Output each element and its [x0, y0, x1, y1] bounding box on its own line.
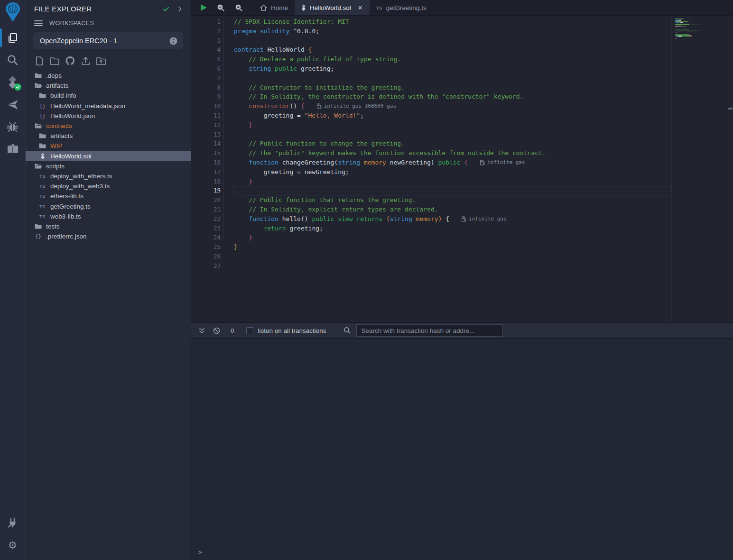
code-line-18[interactable]: 18 }: [191, 177, 733, 186]
code-line-23[interactable]: 23 return greeting;: [191, 224, 733, 233]
tree-item-label: WIP: [50, 142, 63, 149]
tree-item-helloworld-sol[interactable]: HelloWorld.sol: [26, 151, 191, 161]
code-line-17[interactable]: 17 greeting = newGreeting;: [191, 167, 733, 177]
code-line-5[interactable]: 5 // Declare a public field of type stri…: [191, 55, 733, 64]
tree-item-helloworld-json[interactable]: {}HelloWorld.json: [26, 111, 191, 121]
tab-getgreeting-ts[interactable]: TSgetGreeting.ts: [370, 0, 433, 15]
tree-item-ethers-lib-ts[interactable]: TSethers-lib.ts: [26, 191, 191, 201]
line-number: 22: [191, 214, 221, 224]
compiled-check-badge: [14, 83, 21, 91]
check-icon: [162, 5, 170, 13]
code-line-16[interactable]: 16 function changeGreeting(string memory…: [191, 158, 733, 167]
tab-label: Home: [271, 4, 288, 11]
tree-item-artifacts[interactable]: artifacts: [26, 131, 191, 141]
tree-item-tests[interactable]: tests: [26, 221, 191, 231]
code-line-20[interactable]: 20 // Public function that returns the g…: [191, 195, 733, 205]
tree-item-deploy-with-ethers-ts[interactable]: TSdeploy_with_ethers.ts: [26, 171, 191, 181]
code-line-21[interactable]: 21 // In Solidity, explicit return types…: [191, 205, 733, 214]
gas-estimate-widget[interactable]: infinite gas: [462, 214, 506, 224]
terminal-search-input[interactable]: [356, 324, 503, 337]
code-line-10[interactable]: 10 constructor() {infinite gas 368600 ga…: [191, 101, 733, 111]
code-line-4[interactable]: 4contract HelloWorld {: [191, 45, 733, 55]
tree-item-wip[interactable]: WIP: [26, 141, 191, 151]
tree-item-build-info[interactable]: build-info: [26, 91, 191, 101]
tree-item-getgreeting-ts[interactable]: TSgetGreeting.ts: [26, 201, 191, 211]
tree-item-contracts[interactable]: contracts: [26, 121, 191, 131]
clear-console-icon[interactable]: [213, 327, 220, 334]
code-line-6[interactable]: 6 string public greeting;: [191, 64, 733, 73]
tree-item--deps[interactable]: .deps: [26, 71, 191, 81]
hamburger-menu-icon[interactable]: [34, 20, 43, 27]
tab-bar: HomeHelloWorld.sol✕TSgetGreeting.ts: [191, 0, 733, 16]
code-line-8[interactable]: 8 // Constructor to initialize the greet…: [191, 83, 733, 92]
search-button[interactable]: [0, 49, 25, 71]
upload-file-icon[interactable]: [81, 56, 91, 66]
tab-helloworld-sol[interactable]: HelloWorld.sol✕: [295, 0, 370, 15]
line-number: 5: [191, 55, 221, 64]
folder-icon: [38, 92, 46, 99]
line-number: 9: [191, 92, 221, 101]
code-line-14[interactable]: 14 // Public function to change the gree…: [191, 139, 733, 148]
line-number: 18: [191, 177, 221, 186]
code-line-26[interactable]: 26: [191, 252, 733, 261]
overview-ruler[interactable]: [727, 16, 733, 322]
listen-transactions-checkbox[interactable]: [246, 327, 253, 334]
tree-item-label: HelloWorld_metadata.json: [50, 102, 125, 110]
code-line-11[interactable]: 11 greeting = "Hello, World!";: [191, 111, 733, 120]
new-folder-icon[interactable]: [49, 56, 60, 65]
code-line-22[interactable]: 22 function hello() public view returns …: [191, 214, 733, 224]
terminal-search-icon: [343, 327, 351, 334]
file-explorer-button[interactable]: [0, 27, 25, 49]
gas-estimate-widget[interactable]: infinite gas 368600 gas: [317, 101, 396, 111]
run-script-button[interactable]: [201, 4, 207, 11]
line-number: 15: [191, 148, 221, 158]
new-file-icon[interactable]: [35, 56, 44, 66]
gas-estimate-label: infinite gas 368600 gas: [324, 101, 396, 111]
tree-item-web3-lib-ts[interactable]: TSweb3-lib.ts: [26, 211, 191, 221]
solidity-compiler-button[interactable]: [0, 71, 25, 93]
chevron-right-icon[interactable]: [176, 6, 183, 12]
code-editor[interactable]: 1// SPDX-License-Identifier: MIT2pragma …: [191, 16, 733, 322]
learneth-button[interactable]: [0, 138, 25, 160]
code-line-9[interactable]: 9 // In Solidity, the constructor is def…: [191, 92, 733, 101]
gas-estimate-widget[interactable]: infinite gas: [480, 158, 525, 167]
github-icon[interactable]: [65, 56, 75, 66]
tree-item-artifacts[interactable]: artifacts: [26, 81, 191, 91]
code-line-25[interactable]: 25}: [191, 242, 733, 252]
code-line-12[interactable]: 12 }: [191, 120, 733, 130]
tree-item-helloworld-metadata-json[interactable]: {}HelloWorld_metadata.json: [26, 101, 191, 111]
deploy-and-run-button[interactable]: [0, 93, 25, 116]
terminal-body[interactable]: >: [191, 339, 733, 560]
settings-button[interactable]: ⚙: [0, 534, 25, 556]
minimap[interactable]: [671, 16, 728, 322]
upload-folder-icon[interactable]: [96, 56, 106, 65]
code-line-24[interactable]: 24 }: [191, 233, 733, 242]
line-number: 10: [191, 101, 221, 111]
code-line-27[interactable]: 27: [191, 261, 733, 271]
terminal-collapse-icon[interactable]: [198, 327, 205, 334]
code-line-7[interactable]: 7: [191, 73, 733, 83]
code-line-3[interactable]: 3: [191, 36, 733, 46]
zoom-out-icon[interactable]: [217, 4, 225, 12]
line-number: 20: [191, 195, 221, 205]
tab-home[interactable]: Home: [253, 0, 295, 15]
folder-open-icon: [34, 163, 42, 169]
debugger-button[interactable]: [0, 116, 25, 138]
plugin-manager-button[interactable]: [0, 512, 25, 534]
code-line-15[interactable]: 15 // The "public" keyword makes the fun…: [191, 148, 733, 158]
close-tab-icon[interactable]: ✕: [358, 4, 363, 11]
code-line-19[interactable]: 19: [191, 186, 733, 195]
tree-item-deploy-with-web3-ts[interactable]: TSdeploy_with_web3.ts: [26, 181, 191, 191]
tree-item-scripts[interactable]: scripts: [26, 161, 191, 171]
code-line-13[interactable]: 13: [191, 130, 733, 139]
code-text: // In Solidity, the constructor is defin…: [221, 92, 523, 101]
json-icon: {}: [34, 233, 42, 239]
workspace-select[interactable]: OpenZeppelin ERC20 - 1: [33, 32, 183, 49]
zoom-in-icon[interactable]: [235, 4, 243, 12]
folder-icon: [38, 143, 46, 149]
code-line-1[interactable]: 1// SPDX-License-Identifier: MIT: [191, 17, 733, 27]
remix-logo[interactable]: [0, 0, 25, 27]
code-line-2[interactable]: 2pragma solidity ^0.8.0;: [191, 27, 733, 36]
tree-item--prettierrc-json[interactable]: {}.prettierrc.json: [26, 231, 191, 241]
deploy-icon: [7, 99, 19, 111]
